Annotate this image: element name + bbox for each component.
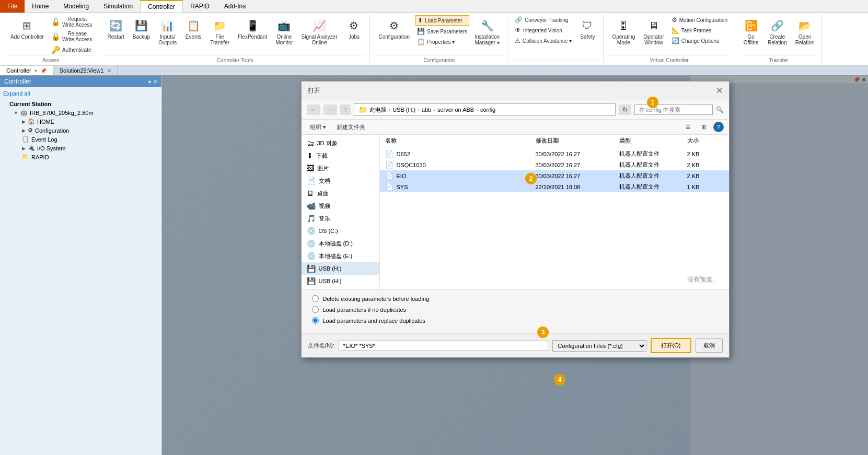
bc-config[interactable]: config (480, 107, 495, 113)
sidebar-local-e[interactable]: 💿 本地磁盘 (E:) (302, 250, 379, 262)
nav-up-button[interactable]: ↑ (340, 104, 351, 115)
controller-tab-pin[interactable]: 📌 (40, 68, 47, 74)
bc-server[interactable]: server on ABB (437, 107, 474, 113)
task-frames-button[interactable]: 📐 Task Frames (669, 26, 730, 35)
request-write-access-button[interactable]: 🔓 RequestWrite Access (49, 15, 95, 29)
save-parameters-button[interactable]: 💾 Save Parameters (415, 27, 469, 36)
open-relation-button[interactable]: 📂 OpenRelation (792, 15, 818, 48)
tab-modeling[interactable]: Modeling (56, 0, 96, 13)
integrated-vision-button[interactable]: 👁 Integrated Vision (513, 26, 574, 35)
safety-button[interactable]: 🛡 Safety (576, 15, 599, 42)
dialog-options: Delete existing parameters before loadin… (302, 289, 729, 333)
backup-button[interactable]: 💾 Backup (130, 15, 153, 42)
new-folder-button[interactable]: 新建文件夹 (333, 122, 368, 132)
file-row-d652[interactable]: 📄 D652 30/03/2022 16:27 机器人配置文件 2 KB (380, 148, 729, 159)
radio-no-duplicates-input[interactable] (312, 306, 319, 313)
create-relation-button[interactable]: 🔗 CreateRelation (765, 15, 790, 48)
signal-analyzer-button[interactable]: 📈 Signal AnalyzerOnline (298, 15, 341, 48)
restart-button[interactable]: 🔄 Restart (105, 15, 128, 42)
organize-button[interactable]: 组织 ▾ (307, 122, 329, 132)
file-transfer-button[interactable]: 📁 FileTransfer (207, 15, 233, 48)
restart-icon: 🔄 (108, 17, 124, 34)
tab-file[interactable]: File (0, 0, 25, 13)
tab-solution-view[interactable]: Solution29:View1 ✕ (53, 66, 118, 75)
flexpendant-button[interactable]: 📱 FlexPendant (235, 15, 270, 42)
tab-controller-panel[interactable]: Controller ▾ 📌 (0, 66, 53, 75)
sidebar-usb-h-2[interactable]: 💾 USB (H:) (302, 275, 379, 287)
filename-input[interactable] (339, 341, 548, 351)
nav-back-button[interactable]: ← (307, 104, 320, 115)
change-options-button[interactable]: 🔄 Change Options (669, 36, 730, 45)
radio-replace-duplicates[interactable]: Load parameters and replace duplicates (312, 317, 719, 324)
tree-event-log[interactable]: 📋 Event Log (16, 135, 158, 144)
view-details-button[interactable]: ⊞ (698, 123, 709, 132)
sidebar-os-c[interactable]: 💿 OS (C:) (302, 225, 379, 237)
inputs-outputs-button[interactable]: 📊 Inputs/Outputs (155, 15, 180, 48)
tab-rapid[interactable]: RAPID (183, 0, 217, 13)
tab-simulation[interactable]: Simulation (96, 0, 140, 13)
help-button[interactable]: ? (713, 122, 724, 132)
installation-manager-button[interactable]: 🔧 InstallationManager ▾ (471, 15, 503, 48)
file-row-sys[interactable]: 📄 SYS 22/10/2021 18:08 机器人配置文件 1 KB (380, 181, 729, 192)
radio-delete-existing[interactable]: Delete existing parameters before loadin… (312, 295, 719, 302)
dialog-close-button[interactable]: ✕ (716, 86, 723, 96)
virtual-controller-buttons: 🎛 OperatingMode 🖥 OperatorWindow ⚙ Motio… (609, 15, 730, 55)
conveyor-tracking-button[interactable]: 🔗 Conveyor Tracking (513, 15, 574, 25)
nav-forward-button[interactable]: → (323, 104, 337, 115)
operating-mode-button[interactable]: 🎛 OperatingMode (609, 15, 638, 48)
nav-refresh-button[interactable]: ↻ (619, 104, 631, 115)
configuration-button[interactable]: ⚙ Configuration (375, 15, 412, 42)
radio-no-duplicates[interactable]: Load parameters if no duplicates (312, 306, 719, 313)
collision-avoidance-button[interactable]: ⚠ Collision Avoidance ▾ (513, 36, 574, 45)
solution-tab-close[interactable]: ✕ (107, 68, 111, 74)
bc-usb[interactable]: USB (H:) (392, 107, 415, 113)
jobs-button[interactable]: ⚙ Jobs (342, 15, 365, 42)
operator-window-button[interactable]: 🖥 OperatorWindow (640, 15, 667, 48)
sidebar-usb-h-1[interactable]: 💾 USB (H:) (302, 262, 379, 275)
bc-computer[interactable]: 此电脑 (369, 106, 387, 114)
search-input[interactable] (634, 104, 713, 115)
tree-rapid[interactable]: 📁 RAPID (16, 153, 158, 161)
tree-configuration[interactable]: ▶ ⚙ Configuration (16, 126, 158, 135)
tab-add-ins[interactable]: Add-Ins (217, 0, 253, 13)
sidebar-local-d[interactable]: 💿 本地磁盘 (D:) (302, 237, 379, 250)
go-offline-button[interactable]: 📴 GoOffline (739, 15, 762, 48)
sidebar-documents[interactable]: 📄 文档 (302, 174, 379, 187)
panel-close-button[interactable]: ✕ (153, 79, 157, 85)
ribbon-group-features: 🔗 Conveyor Tracking 👁 Integrated Vision … (508, 15, 604, 63)
left-panel: Controller ▾ ✕ Expand all Current Statio… (0, 76, 162, 455)
load-parameter-button[interactable]: ⬆ Load Parameter (415, 15, 469, 26)
sidebar-videos[interactable]: 📹 视频 (302, 200, 379, 212)
expand-all-link[interactable]: Expand all (3, 90, 158, 97)
drive-e-icon: 💿 (307, 252, 316, 260)
search-button[interactable]: 🔍 (716, 106, 724, 113)
motion-configuration-button[interactable]: ⚙ Motion Configuration (669, 15, 730, 25)
online-monitor-button[interactable]: 📺 OnlineMonitor (272, 15, 296, 48)
tab-controller[interactable]: Controller (140, 0, 183, 13)
properties-button[interactable]: 📋 Properties ▾ (415, 37, 469, 46)
cancel-button[interactable]: 取消 (696, 339, 723, 353)
tree-robot-node[interactable]: ▼ 🤖 IRB_6700_205kg_2.80m (7, 108, 158, 117)
file-row-eio[interactable]: 📄 EIO 30/03/2022 16:27 机器人配置文件 2 KB (380, 170, 729, 181)
tab-home[interactable]: Home (25, 0, 56, 13)
sidebar-desktop[interactable]: 🖥 桌面 (302, 187, 379, 200)
panel-options-button[interactable]: ▾ (148, 79, 151, 85)
authenticate-button[interactable]: 🔑 Authenticate (49, 44, 95, 55)
file-row-dsqc1030[interactable]: 📄 DSQC1030 30/03/2022 16:27 机器人配置文件 2 KB (380, 159, 729, 170)
radio-replace-duplicates-input[interactable] (312, 317, 319, 324)
tree-home[interactable]: ▶ 🏠 HOME (16, 117, 158, 126)
sidebar-pictures[interactable]: 🖼 图片 (302, 162, 379, 174)
view-list-button[interactable]: ☰ (682, 123, 694, 132)
tree-io-system[interactable]: ▶ 🔌 I/O System (16, 144, 158, 153)
open-button[interactable]: 打开(O) (651, 338, 691, 353)
add-controller-button[interactable]: ⊞ Add Controller (7, 15, 47, 42)
sidebar-music[interactable]: 🎵 音乐 (302, 212, 379, 225)
release-write-access-button[interactable]: 🔒 ReleaseWrite Access (49, 30, 95, 43)
bc-abb[interactable]: abb (422, 107, 431, 113)
events-button[interactable]: 📋 Events (182, 15, 205, 42)
filetype-select[interactable]: Configuration Files (*.cfg) (552, 340, 646, 352)
radio-delete-existing-input[interactable] (312, 295, 319, 302)
flexpendant-icon: 📱 (244, 17, 261, 34)
sidebar-downloads[interactable]: ⬇ 下载 (302, 149, 379, 162)
sidebar-3d[interactable]: 🗂 3D 对象 (302, 137, 379, 149)
